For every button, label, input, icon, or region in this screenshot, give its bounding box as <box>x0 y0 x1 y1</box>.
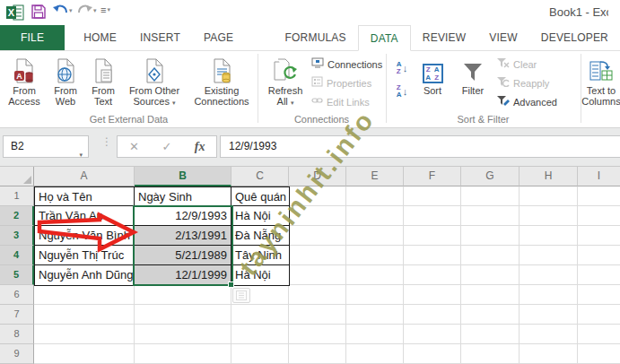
insert-function-icon[interactable]: fx <box>183 140 216 154</box>
connections-button[interactable]: Connections <box>311 56 382 73</box>
name-box-dropdown-icon[interactable]: ▾ <box>79 144 83 165</box>
tab-insert[interactable]: INSERT <box>128 25 192 50</box>
sort-descending-button[interactable]: ZA ↓ <box>391 82 413 101</box>
column-header-b[interactable]: B <box>135 167 231 186</box>
row-header-5[interactable]: 5 <box>0 265 34 285</box>
down-arrow-icon: ↓ <box>403 63 408 74</box>
column-header-i[interactable]: I <box>578 167 620 186</box>
cell-a2[interactable]: Trần Văn An <box>35 206 135 226</box>
formula-bar-resize-handle[interactable]: ⋮ <box>101 137 112 147</box>
from-web-icon <box>54 54 77 83</box>
reapply-filter-button[interactable]: Reapply <box>496 75 549 91</box>
row-header-7[interactable]: 7 <box>0 305 34 325</box>
data-table: Họ và Tên Ngày Sinh Quê quán Trần Văn An… <box>34 186 290 286</box>
refresh-all-button[interactable]: Refresh All ▾ <box>263 54 308 108</box>
from-text-icon <box>92 54 115 83</box>
tab-data[interactable]: DATA <box>358 25 411 51</box>
ribbon-tab-bar: FILE HOME INSERT PAGE LAYOUT FORMULAS DA… <box>0 25 620 51</box>
from-access-button[interactable]: A From Access <box>4 54 45 107</box>
cell-c1[interactable]: Quê quán <box>231 187 289 206</box>
clear-filter-button[interactable]: Clear <box>496 56 537 73</box>
from-access-label: From Access <box>4 85 45 107</box>
from-web-label: From Web <box>48 85 83 107</box>
existing-connections-button[interactable]: Existing Connections <box>188 54 256 107</box>
from-other-sources-icon <box>143 54 166 83</box>
window-title: Book1 - Excel <box>549 5 608 22</box>
group-separator <box>386 54 387 123</box>
enter-icon[interactable]: ✓ <box>151 140 184 153</box>
group-label-connections: Connections <box>258 114 386 125</box>
connections-icon <box>311 56 324 73</box>
column-header-e[interactable]: E <box>346 167 404 186</box>
column-header-a[interactable]: A <box>34 167 135 186</box>
advanced-filter-label: Advanced <box>513 94 557 110</box>
cell-a1[interactable]: Họ và Tên <box>35 187 135 206</box>
row-header-6[interactable]: 6 <box>0 285 34 305</box>
cell-c5[interactable]: Hà Nội <box>231 265 289 285</box>
connections-label: Connections <box>327 56 382 73</box>
customize-quick-access-icon[interactable]: ≡▾ <box>100 4 110 15</box>
reapply-filter-label: Reapply <box>513 75 549 91</box>
undo-icon[interactable]: ▾ <box>53 4 73 17</box>
save-icon[interactable] <box>31 4 46 19</box>
tab-home[interactable]: HOME <box>72 25 128 50</box>
from-text-button[interactable]: From Text <box>85 54 121 107</box>
cancel-icon[interactable]: ✕ <box>118 140 151 153</box>
row-header-9[interactable]: 9 <box>0 344 34 364</box>
cell-b5[interactable]: 12/1/1999 <box>135 265 231 285</box>
cell-a3[interactable]: Nguyễn Văn Bình <box>35 226 135 246</box>
undo-dropdown-icon[interactable]: ▾ <box>69 7 73 14</box>
cell-b3[interactable]: 2/13/1991 <box>135 226 231 246</box>
column-header-g[interactable]: G <box>461 167 520 186</box>
row-header-3[interactable]: 3 <box>0 226 34 246</box>
column-header-f[interactable]: F <box>404 167 461 186</box>
worksheet-grid: A B C D E F G H I 1 2 3 4 5 6 7 8 9 Họ v… <box>0 167 620 364</box>
select-all-button[interactable] <box>0 167 34 186</box>
column-header-c[interactable]: C <box>231 167 289 186</box>
excel-logo-icon: X <box>6 4 24 21</box>
tab-file[interactable]: FILE <box>0 25 65 50</box>
cell-b2[interactable]: 12/9/1993 <box>135 206 231 226</box>
filter-button[interactable]: Filter <box>453 54 493 96</box>
cell-c2[interactable]: Hà Nội <box>231 206 289 226</box>
fill-handle[interactable] <box>228 282 234 288</box>
tab-page-layout[interactable]: PAGE LAYOUT <box>192 25 274 50</box>
cell-a5[interactable]: Nguyễn Anh Dũng <box>35 265 135 285</box>
edit-links-button[interactable]: Edit Links <box>311 94 370 110</box>
cell-a4[interactable]: Nguyễn Thị Trúc <box>35 246 135 265</box>
cell-c3[interactable]: Đà Nẵng <box>231 226 289 246</box>
name-box[interactable]: B2 ▾ <box>3 135 89 158</box>
edit-links-icon <box>311 94 323 110</box>
cell-b4[interactable]: 5/21/1989 <box>135 246 231 265</box>
existing-connections-icon <box>210 54 233 83</box>
column-header-d[interactable]: D <box>289 167 346 186</box>
row-header-4[interactable]: 4 <box>0 246 34 265</box>
svg-text:A: A <box>16 72 22 81</box>
properties-button[interactable]: Properties <box>311 75 371 91</box>
formula-input[interactable]: 12/9/1993 <box>220 135 620 158</box>
from-other-sources-button[interactable]: From Other Sources ▾ <box>123 54 186 108</box>
quick-analysis-button[interactable] <box>232 288 250 303</box>
redo-icon[interactable]: ▾ <box>77 4 97 17</box>
properties-label: Properties <box>327 75 371 91</box>
tab-developer[interactable]: DEVELOPER <box>529 25 620 50</box>
row-header-1[interactable]: 1 <box>0 186 34 206</box>
cell-b1[interactable]: Ngày Sinh <box>135 187 231 206</box>
excel-window: X ▾ ▾ ≡▾ Book1 - Excel FILE H <box>0 0 620 364</box>
cell-c4[interactable]: Tây Ninh <box>231 246 289 265</box>
tab-formulas[interactable]: FORMULAS <box>274 25 358 50</box>
title-bar: X ▾ ▾ ≡▾ Book1 - Excel <box>0 0 620 25</box>
tab-review[interactable]: REVIEW <box>411 25 478 50</box>
ribbon-data-tab: A From Access From Web <box>0 51 620 128</box>
tab-view[interactable]: VIEW <box>477 25 528 50</box>
sort-button[interactable]: ZAAZ Sort <box>414 54 451 96</box>
formula-bar-buttons: ✕ ✓ fx <box>117 135 217 158</box>
from-web-button[interactable]: From Web <box>48 54 83 107</box>
column-header-h[interactable]: H <box>520 167 578 186</box>
redo-dropdown-icon[interactable]: ▾ <box>93 7 97 14</box>
row-header-2[interactable]: 2 <box>0 206 34 226</box>
row-header-8[interactable]: 8 <box>0 325 34 344</box>
text-to-columns-button[interactable]: Text to Columns <box>579 54 620 107</box>
advanced-filter-button[interactable]: Advanced <box>496 94 557 110</box>
sort-ascending-button[interactable]: AZ ↓ <box>391 58 413 78</box>
